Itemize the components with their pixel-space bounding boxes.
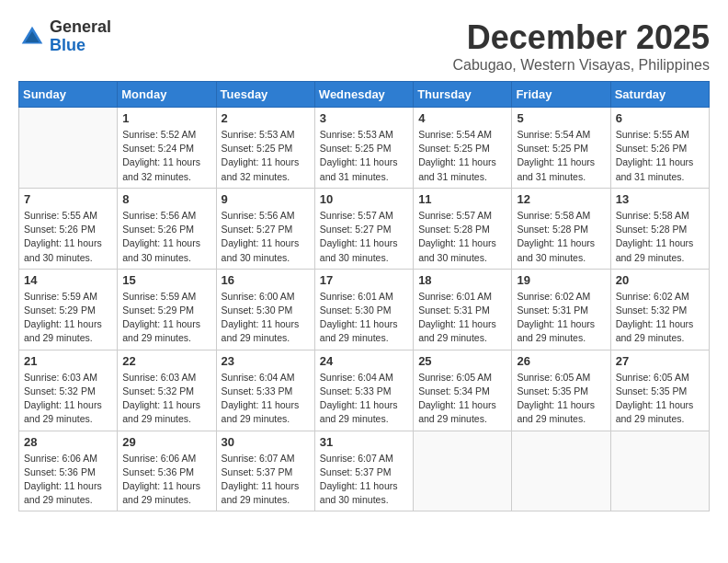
calendar-header-wednesday: Wednesday — [314, 82, 413, 108]
calendar-cell: 28Sunrise: 6:06 AMSunset: 5:36 PMDayligh… — [19, 431, 118, 511]
day-number: 22 — [122, 354, 210, 368]
day-info: Sunrise: 6:00 AMSunset: 5:30 PMDaylight:… — [222, 290, 310, 346]
day-info: Sunrise: 5:54 AMSunset: 5:25 PMDaylight:… — [418, 128, 506, 184]
day-number: 4 — [418, 111, 506, 125]
page-header: General Blue December 2025 Cabugao, West… — [18, 18, 710, 74]
location-title: Cabugao, Western Visayas, Philippines — [452, 57, 710, 74]
day-info: Sunrise: 6:01 AMSunset: 5:30 PMDaylight:… — [320, 290, 408, 346]
day-info: Sunrise: 6:04 AMSunset: 5:33 PMDaylight:… — [320, 371, 408, 427]
day-info: Sunrise: 6:04 AMSunset: 5:33 PMDaylight:… — [222, 371, 310, 427]
calendar-header-row: SundayMondayTuesdayWednesdayThursdayFrid… — [19, 82, 710, 108]
calendar-cell: 1Sunrise: 5:52 AMSunset: 5:24 PMDaylight… — [118, 108, 216, 189]
calendar-cell: 30Sunrise: 6:07 AMSunset: 5:37 PMDayligh… — [216, 431, 314, 511]
day-info: Sunrise: 5:56 AMSunset: 5:26 PMDaylight:… — [122, 209, 210, 265]
day-info: Sunrise: 6:01 AMSunset: 5:31 PMDaylight:… — [418, 290, 506, 346]
calendar-week-1: 1Sunrise: 5:52 AMSunset: 5:24 PMDaylight… — [19, 108, 710, 189]
calendar-table: SundayMondayTuesdayWednesdayThursdayFrid… — [18, 81, 710, 511]
calendar-week-3: 14Sunrise: 5:59 AMSunset: 5:29 PMDayligh… — [19, 269, 710, 350]
day-number: 10 — [320, 192, 408, 206]
calendar-cell: 29Sunrise: 6:06 AMSunset: 5:36 PMDayligh… — [118, 431, 216, 511]
calendar-week-4: 21Sunrise: 6:03 AMSunset: 5:32 PMDayligh… — [19, 350, 710, 431]
day-number: 28 — [24, 435, 112, 449]
day-info: Sunrise: 6:07 AMSunset: 5:37 PMDaylight:… — [320, 452, 408, 508]
day-info: Sunrise: 6:06 AMSunset: 5:36 PMDaylight:… — [122, 452, 210, 508]
calendar-cell: 12Sunrise: 5:58 AMSunset: 5:28 PMDayligh… — [512, 188, 610, 269]
day-number: 16 — [222, 273, 310, 287]
logo-general: General — [50, 18, 111, 37]
day-number: 1 — [122, 111, 210, 125]
calendar-week-5: 28Sunrise: 6:06 AMSunset: 5:36 PMDayligh… — [19, 431, 710, 511]
calendar-cell: 15Sunrise: 5:59 AMSunset: 5:29 PMDayligh… — [118, 269, 216, 350]
day-info: Sunrise: 6:02 AMSunset: 5:32 PMDaylight:… — [616, 290, 704, 346]
calendar-cell: 6Sunrise: 5:55 AMSunset: 5:26 PMDaylight… — [610, 108, 709, 189]
day-number: 24 — [320, 354, 408, 368]
calendar-header-friday: Friday — [512, 82, 610, 108]
calendar-cell: 31Sunrise: 6:07 AMSunset: 5:37 PMDayligh… — [314, 431, 413, 511]
day-info: Sunrise: 5:56 AMSunset: 5:27 PMDaylight:… — [222, 209, 310, 265]
day-info: Sunrise: 5:59 AMSunset: 5:29 PMDaylight:… — [24, 290, 112, 346]
calendar-cell: 16Sunrise: 6:00 AMSunset: 5:30 PMDayligh… — [216, 269, 314, 350]
day-info: Sunrise: 6:06 AMSunset: 5:36 PMDaylight:… — [24, 452, 112, 508]
day-number: 21 — [24, 354, 112, 368]
day-info: Sunrise: 6:03 AMSunset: 5:32 PMDaylight:… — [24, 371, 112, 427]
calendar-cell: 27Sunrise: 6:05 AMSunset: 5:35 PMDayligh… — [610, 350, 709, 431]
calendar-cell: 9Sunrise: 5:56 AMSunset: 5:27 PMDaylight… — [216, 188, 314, 269]
logo: General Blue — [18, 18, 111, 55]
day-info: Sunrise: 5:53 AMSunset: 5:25 PMDaylight:… — [222, 128, 310, 184]
day-number: 26 — [517, 354, 605, 368]
day-number: 13 — [616, 192, 704, 206]
day-number: 27 — [616, 354, 704, 368]
calendar-cell — [414, 431, 512, 511]
day-info: Sunrise: 5:52 AMSunset: 5:24 PMDaylight:… — [122, 128, 210, 184]
day-info: Sunrise: 6:05 AMSunset: 5:35 PMDaylight:… — [517, 371, 605, 427]
logo-blue: Blue — [50, 37, 111, 55]
day-info: Sunrise: 5:59 AMSunset: 5:29 PMDaylight:… — [122, 290, 210, 346]
calendar-cell: 26Sunrise: 6:05 AMSunset: 5:35 PMDayligh… — [512, 350, 610, 431]
calendar-cell: 23Sunrise: 6:04 AMSunset: 5:33 PMDayligh… — [216, 350, 314, 431]
calendar-cell: 5Sunrise: 5:54 AMSunset: 5:25 PMDaylight… — [512, 108, 610, 189]
day-number: 23 — [222, 354, 310, 368]
day-number: 6 — [616, 111, 704, 125]
day-info: Sunrise: 5:54 AMSunset: 5:25 PMDaylight:… — [517, 128, 605, 184]
day-number: 7 — [24, 192, 112, 206]
day-info: Sunrise: 6:03 AMSunset: 5:32 PMDaylight:… — [122, 371, 210, 427]
day-info: Sunrise: 5:58 AMSunset: 5:28 PMDaylight:… — [616, 209, 704, 265]
day-info: Sunrise: 6:02 AMSunset: 5:31 PMDaylight:… — [517, 290, 605, 346]
logo-icon — [18, 23, 46, 51]
day-number: 11 — [418, 192, 506, 206]
calendar-cell: 4Sunrise: 5:54 AMSunset: 5:25 PMDaylight… — [414, 108, 512, 189]
calendar-cell: 3Sunrise: 5:53 AMSunset: 5:25 PMDaylight… — [314, 108, 413, 189]
logo-text: General Blue — [50, 18, 111, 55]
calendar-cell: 10Sunrise: 5:57 AMSunset: 5:27 PMDayligh… — [314, 188, 413, 269]
day-number: 9 — [222, 192, 310, 206]
day-number: 2 — [222, 111, 310, 125]
day-number: 25 — [418, 354, 506, 368]
month-title: December 2025 — [452, 18, 710, 57]
day-info: Sunrise: 6:07 AMSunset: 5:37 PMDaylight:… — [222, 452, 310, 508]
day-info: Sunrise: 5:53 AMSunset: 5:25 PMDaylight:… — [320, 128, 408, 184]
calendar-cell: 17Sunrise: 6:01 AMSunset: 5:30 PMDayligh… — [314, 269, 413, 350]
title-section: December 2025 Cabugao, Western Visayas, … — [452, 18, 710, 74]
calendar-cell: 24Sunrise: 6:04 AMSunset: 5:33 PMDayligh… — [314, 350, 413, 431]
calendar-cell: 13Sunrise: 5:58 AMSunset: 5:28 PMDayligh… — [610, 188, 709, 269]
day-number: 20 — [616, 273, 704, 287]
day-info: Sunrise: 5:57 AMSunset: 5:27 PMDaylight:… — [320, 209, 408, 265]
calendar-week-2: 7Sunrise: 5:55 AMSunset: 5:26 PMDaylight… — [19, 188, 710, 269]
day-number: 12 — [517, 192, 605, 206]
day-number: 8 — [122, 192, 210, 206]
calendar-cell: 2Sunrise: 5:53 AMSunset: 5:25 PMDaylight… — [216, 108, 314, 189]
calendar-header-thursday: Thursday — [414, 82, 512, 108]
day-number: 29 — [122, 435, 210, 449]
day-number: 14 — [24, 273, 112, 287]
day-number: 18 — [418, 273, 506, 287]
calendar-header-monday: Monday — [118, 82, 216, 108]
calendar-cell: 11Sunrise: 5:57 AMSunset: 5:28 PMDayligh… — [414, 188, 512, 269]
calendar-cell: 14Sunrise: 5:59 AMSunset: 5:29 PMDayligh… — [19, 269, 118, 350]
day-number: 19 — [517, 273, 605, 287]
calendar-cell: 7Sunrise: 5:55 AMSunset: 5:26 PMDaylight… — [19, 188, 118, 269]
calendar-header-sunday: Sunday — [19, 82, 118, 108]
calendar-cell: 20Sunrise: 6:02 AMSunset: 5:32 PMDayligh… — [610, 269, 709, 350]
day-number: 17 — [320, 273, 408, 287]
day-info: Sunrise: 5:58 AMSunset: 5:28 PMDaylight:… — [517, 209, 605, 265]
calendar-header-tuesday: Tuesday — [216, 82, 314, 108]
